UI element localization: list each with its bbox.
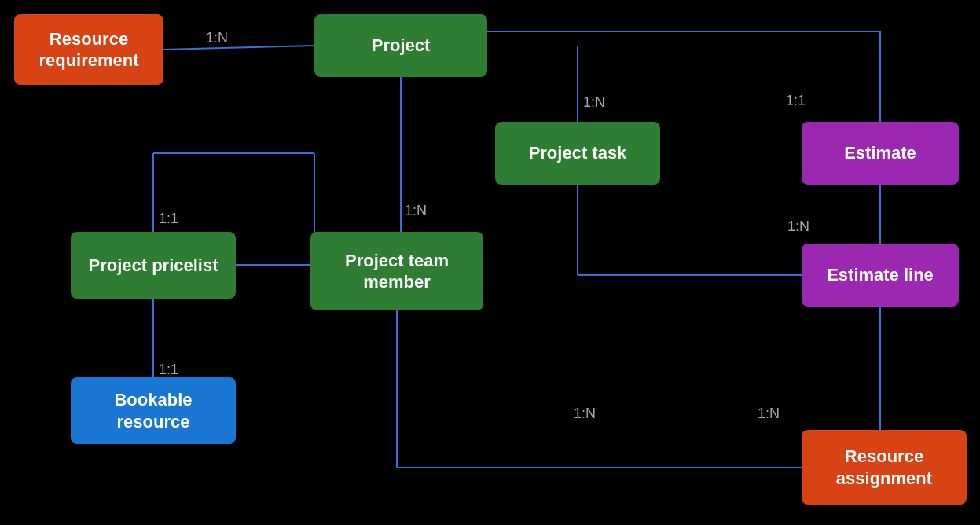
estimate-node: Estimate <box>802 122 959 185</box>
rel-resource-req-project: 1:N <box>206 30 228 46</box>
rel-project-team-member: 1:N <box>405 203 427 219</box>
rel-resource-assignment-2: 1:N <box>574 406 596 422</box>
project-pricelist-node: Project pricelist <box>71 232 236 299</box>
resource-requirement-node: Resource requirement <box>14 14 163 85</box>
estimate-line-node: Estimate line <box>802 244 959 307</box>
project-task-node: Project task <box>495 122 660 185</box>
project-team-member-node: Project team member <box>310 232 483 310</box>
bookable-resource-node: Bookable resource <box>71 377 236 444</box>
diagram-container: Resource requirement Project Project tas… <box>0 0 980 525</box>
project-node: Project <box>314 14 487 77</box>
rel-bookable-resource: 1:1 <box>159 362 178 378</box>
rel-project-pricelist: 1:1 <box>159 211 178 227</box>
rel-project-estimate: 1:1 <box>786 93 806 109</box>
resource-assignment-node: Resource assignment <box>802 430 967 505</box>
rel-project-task: 1:N <box>583 94 605 111</box>
svg-line-0 <box>163 46 314 50</box>
rel-estimate-line: 1:N <box>787 218 809 235</box>
rel-resource-assignment-1: 1:N <box>758 406 780 422</box>
